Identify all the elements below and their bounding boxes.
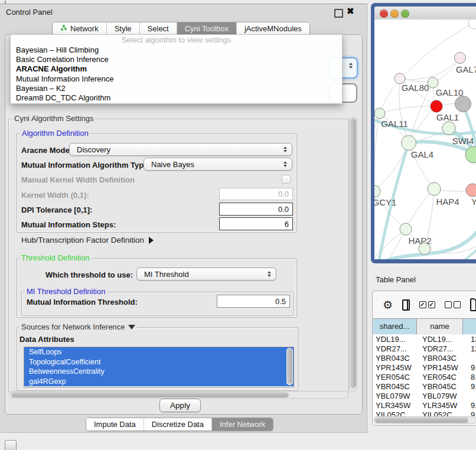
- table-row[interactable]: YDL19...YDL19...13: [373, 335, 476, 344]
- table-cell: 9: [468, 410, 476, 416]
- mi-steps-field[interactable]: 6: [219, 217, 293, 230]
- which-threshold-combobox[interactable]: MI Threshold: [136, 268, 276, 281]
- network-node[interactable]: [468, 19, 476, 29]
- sources-label[interactable]: Sources for Network Inference: [19, 322, 137, 331]
- kernel-width-field[interactable]: 0.0: [219, 188, 293, 200]
- data-attribute-item[interactable]: TopologicalCoefficient: [24, 357, 294, 367]
- mi-steps-value: 6: [285, 220, 289, 229]
- apply-button-label: Apply: [170, 401, 190, 410]
- table-cell: YIL052C: [419, 410, 468, 416]
- table-cell: 9.: [468, 363, 476, 373]
- table-panel: ⚙ ✓✓ shared...name YDL19...YDL19...13YDR…: [372, 291, 476, 426]
- list-vertical-scrollbar-thumb[interactable]: [287, 348, 292, 384]
- tab-jactivemnodules[interactable]: jActiveMNodules: [237, 22, 309, 35]
- dropdown-option[interactable]: Bayesian – K2: [11, 84, 342, 93]
- dpi-tolerance-label: DPI Tolerance [0,1]:: [21, 206, 92, 214]
- settings-vertical-scrollbar-thumb[interactable]: [350, 119, 356, 388]
- checked-boxes-icon[interactable]: ✓✓: [419, 301, 435, 308]
- dropdown-options: Bayesian – Hill ClimbingBasic Correlatio…: [11, 45, 342, 103]
- tab-select[interactable]: Select: [140, 22, 177, 35]
- network-window-titlebar[interactable]: [374, 6, 476, 20]
- mi-algorithm-type-label: Mutual Information Algorithm Type:: [21, 161, 151, 169]
- table-row[interactable]: YBR045CYBR045C9.: [373, 382, 476, 392]
- network-node-hap2[interactable]: [400, 223, 412, 235]
- table-row[interactable]: YLR345WYLR345W9.: [373, 401, 476, 410]
- data-attribute-item[interactable]: BetweennessCentrality: [24, 367, 294, 377]
- dropdown-option[interactable]: Bayesian – Hill Climbing: [11, 45, 342, 55]
- network-node-gal4[interactable]: [402, 136, 416, 151]
- minimize-traffic-light[interactable]: [390, 9, 399, 18]
- table-row[interactable]: YPR145WYPR145W9.: [373, 363, 476, 373]
- document-icon[interactable]: [470, 298, 476, 311]
- dpi-tolerance-field[interactable]: 0.0: [219, 203, 293, 216]
- data-attribute-item[interactable]: SelfLoops: [24, 347, 294, 357]
- network-node-label: GAL80: [402, 83, 429, 93]
- tab-label: Cyni Toolbox: [185, 22, 229, 35]
- table-row[interactable]: YBL079WYBL079W: [373, 392, 476, 401]
- tab-cyni-toolbox[interactable]: Cyni Toolbox: [177, 22, 237, 35]
- settings-vertical-scrollbar[interactable]: [349, 117, 357, 392]
- restore-panel-button[interactable]: [5, 440, 17, 450]
- spinner-down-icon: [349, 66, 353, 69]
- mi-threshold-field[interactable]: 0.5: [217, 295, 290, 308]
- manual-kernel-width-checkbox[interactable]: [282, 175, 291, 184]
- table-row[interactable]: YIL052CYIL052C9: [373, 410, 476, 416]
- float-window-icon[interactable]: [334, 9, 343, 18]
- aracne-mode-combobox[interactable]: Discovery: [69, 143, 292, 156]
- dropdown-option[interactable]: Basic Correlation Inference: [11, 55, 342, 64]
- threshold-definition-label: Threshold Definition: [19, 253, 92, 262]
- table-cell: YDL19...: [373, 335, 419, 344]
- network-node-gal7[interactable]: [455, 53, 466, 64]
- network-view-window[interactable]: GAL7GAL80GAL10GAL1GAL11SWI4GAL4GCY1HAP4Y…: [371, 3, 476, 263]
- settings-horizontal-scrollbar[interactable]: [9, 391, 348, 399]
- table-cell: 9.: [468, 382, 476, 392]
- mi-algorithm-type-combobox[interactable]: Naive Bayes: [144, 158, 292, 171]
- list-vertical-scrollbar[interactable]: [286, 348, 293, 385]
- table-row[interactable]: YER054CYER054C8.: [373, 373, 476, 382]
- network-node-swi4[interactable]: [442, 122, 455, 135]
- data-attributes-list[interactable]: SelfLoopsTopologicalCoefficientBetweenne…: [24, 347, 294, 387]
- table-horizontal-scrollbar[interactable]: [374, 416, 476, 424]
- tab-discretize-data[interactable]: Discretize Data: [144, 418, 212, 431]
- data-attribute-item[interactable]: gal4RGexp: [24, 377, 294, 387]
- table-column-header[interactable]: [463, 319, 476, 334]
- network-node-hap4[interactable]: [428, 182, 441, 195]
- network-node-gcy1[interactable]: [374, 185, 380, 197]
- aracne-mode-value: Discovery: [77, 145, 110, 154]
- network-node-gal11[interactable]: [374, 108, 385, 119]
- tab-network[interactable]: Network: [53, 22, 107, 35]
- network-canvas[interactable]: GAL7GAL80GAL10GAL1GAL11SWI4GAL4GCY1HAP4Y…: [374, 19, 476, 259]
- tab-impute-data[interactable]: Impute Data: [86, 418, 144, 431]
- table-horizontal-scrollbar-thumb[interactable]: [375, 418, 468, 423]
- network-node-gal10[interactable]: [428, 77, 438, 88]
- apply-button[interactable]: Apply: [159, 399, 201, 412]
- dropdown-option[interactable]: Mutual Information Inference: [11, 74, 342, 84]
- table-cell: YBR045C: [373, 382, 419, 392]
- network-node-gal1[interactable]: [431, 100, 442, 112]
- zoom-traffic-light[interactable]: [401, 9, 409, 18]
- table-cell: 8.: [468, 373, 476, 382]
- close-traffic-light[interactable]: [380, 9, 388, 18]
- network-node-y[interactable]: [466, 184, 476, 197]
- spinner-up-icon: [283, 146, 287, 149]
- dropdown-option[interactable]: ARACNE Algorithm: [11, 64, 342, 74]
- table-cell: YLR345W: [419, 401, 468, 410]
- network-node-label: GAL4: [411, 149, 433, 159]
- gear-icon[interactable]: ⚙: [383, 299, 393, 311]
- table-row[interactable]: YDR27...YDR27...12: [373, 344, 476, 354]
- table-cell: YBR043C: [419, 354, 468, 363]
- table-cell: YDR27...: [419, 344, 468, 354]
- network-node[interactable]: [455, 96, 471, 112]
- table-column-header[interactable]: shared...: [373, 319, 417, 334]
- tab-infer-network[interactable]: Infer Network: [212, 418, 273, 431]
- table-row[interactable]: YBR043CYBR043C: [373, 354, 476, 363]
- split-column-icon[interactable]: [402, 299, 410, 311]
- unchecked-boxes-icon[interactable]: [445, 301, 461, 308]
- close-window-icon[interactable]: ✖: [347, 6, 354, 17]
- dropdown-option[interactable]: Dream8 DC_TDC Algorithm: [11, 93, 342, 103]
- settings-horizontal-scrollbar-thumb[interactable]: [11, 392, 289, 397]
- table-column-header[interactable]: name: [417, 319, 463, 334]
- network-node-label: GAL1: [436, 112, 459, 122]
- tab-style[interactable]: Style: [107, 22, 140, 35]
- hub-factor-definition-toggle[interactable]: Hub/Transcription Factor Definition: [21, 236, 154, 244]
